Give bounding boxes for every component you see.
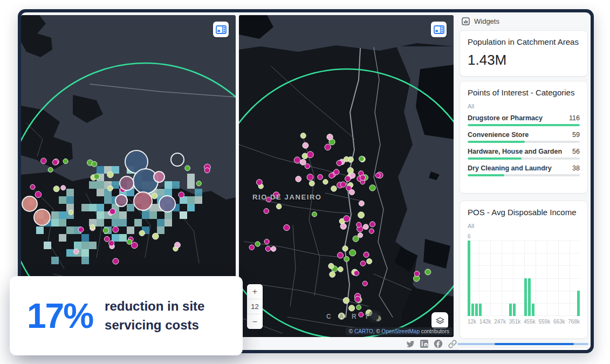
poi-category-value: 38	[572, 164, 580, 172]
histogram-bar-slot	[468, 241, 470, 316]
histogram-bar-slot	[551, 241, 553, 316]
next-widget-card-partial	[457, 347, 588, 350]
poi-progress-track	[468, 141, 580, 143]
histogram-bar[interactable]	[468, 241, 470, 316]
map-panel-right[interactable]: RIO DE JANEIRO + 12 −	[239, 15, 454, 337]
poi-category-value: 56	[572, 148, 580, 155]
poi-category-row[interactable]: Drugstore or Pharmacy116	[468, 114, 580, 126]
zoom-out-button[interactable]: −	[247, 314, 263, 329]
histogram-ymax-label: 6	[468, 233, 580, 239]
facebook-share-button[interactable]	[434, 339, 443, 348]
poi-category-value: 59	[572, 131, 580, 139]
histogram-x-axis: 12k142k247k351k455k559k663k768k	[468, 319, 580, 325]
widgets-panel-toggle-right[interactable]	[431, 22, 447, 37]
poi-progress-track	[468, 124, 580, 126]
widgets-icon	[462, 17, 470, 25]
histogram-bar[interactable]	[509, 304, 512, 316]
copy-link-button[interactable]	[448, 339, 457, 348]
histogram-tick-label: 142k	[479, 319, 491, 325]
sidebar-scrollbar-thumb[interactable]	[495, 343, 574, 345]
sidebar-scrollbar[interactable]	[457, 343, 588, 345]
map-canvas-right[interactable]	[239, 15, 454, 337]
widgets-panel-icon	[216, 25, 227, 34]
poi-category-row[interactable]: Hardware, House and Garden56	[468, 148, 580, 160]
population-widget-card: Population in Catchment Areas 1.43M	[460, 30, 588, 77]
widgets-panel-icon	[434, 25, 444, 34]
histogram-bar[interactable]	[513, 304, 516, 316]
poi-progress-fill	[468, 174, 504, 176]
layers-icon	[435, 316, 445, 326]
histogram-bar-slot	[573, 241, 576, 316]
twitter-share-button[interactable]	[406, 339, 415, 348]
facebook-icon	[434, 339, 443, 348]
histogram-bar-slot	[520, 241, 523, 316]
histogram-bar[interactable]	[479, 304, 482, 316]
poi-progress-fill	[468, 141, 525, 143]
poi-category-row[interactable]: Dry Cleaning and Laundry38	[468, 164, 580, 176]
histogram-bar[interactable]	[475, 304, 478, 316]
histogram-tick-label: 559k	[538, 319, 550, 325]
poi-category-list: Drugstore or Pharmacy116Convenience Stor…	[468, 114, 580, 176]
poi-category-label: Dry Cleaning and Laundry	[468, 164, 552, 172]
histogram-tick-label: 351k	[509, 319, 521, 325]
callout-stat-description: reduction in site servicing costs	[105, 297, 213, 335]
poi-filter-label: All	[468, 103, 580, 109]
histogram-bar-slot	[536, 241, 538, 316]
poi-category-row[interactable]: Convenience Store59	[468, 131, 580, 143]
poi-progress-track	[468, 174, 580, 176]
histogram-tick-label: 247k	[494, 319, 506, 325]
histogram-bar[interactable]	[524, 278, 527, 316]
poi-category-value: 116	[569, 114, 580, 122]
histogram-bar-slot	[566, 241, 568, 316]
callout-stat-value: 17%	[27, 296, 93, 336]
widgets-header: Widgets	[456, 13, 591, 29]
carto-watermark-letters: C A R T	[326, 313, 372, 320]
histogram-bar-slot	[543, 241, 546, 316]
histogram-bar-slot	[471, 241, 474, 316]
histogram-bar[interactable]	[532, 304, 534, 316]
income-histogram-plot	[468, 241, 580, 316]
carto-attribution-link[interactable]: CARTO	[354, 328, 373, 334]
attribution-text: , ©	[373, 328, 382, 334]
zoom-level: 12	[247, 299, 263, 314]
osm-attribution-link[interactable]: OpenStreetMap	[381, 328, 420, 334]
poi-progress-fill	[468, 157, 522, 160]
histogram-bar-slot	[475, 241, 478, 316]
attribution-text: ©	[349, 328, 354, 334]
histogram-bar-slot	[502, 241, 504, 316]
histogram-bar-slot	[562, 241, 565, 316]
histogram-bar-slot	[505, 241, 508, 316]
carto-watermark-dot	[371, 313, 379, 320]
linkedin-icon	[420, 340, 428, 348]
zoom-in-button[interactable]: +	[247, 284, 263, 299]
histogram-bar-slot	[479, 241, 482, 316]
histogram-bar-slot	[554, 241, 557, 316]
poi-category-label: Convenience Store	[468, 131, 529, 139]
histogram-tick-label: 663k	[553, 319, 565, 325]
histogram-bar-slot	[539, 241, 542, 316]
attribution-text: contributors	[420, 328, 449, 334]
city-label: RIO DE JANEIRO	[252, 193, 322, 201]
poi-progress-fill	[468, 124, 580, 126]
histogram-bar-slot	[494, 241, 497, 316]
histogram-bar-slot	[528, 241, 531, 316]
histogram-bar-slot	[486, 241, 489, 316]
histogram-bar-slot	[577, 241, 580, 316]
histogram-tick-label: 768k	[568, 319, 580, 325]
linkedin-share-button[interactable]	[420, 339, 429, 348]
histogram-bar[interactable]	[577, 291, 580, 316]
income-histogram-widget-card: POS - Avg Disposable Income All 6 12k142…	[460, 201, 588, 339]
map-attribution: © CARTO, © OpenStreetMap contributors	[346, 327, 453, 335]
carto-watermark: C A R T	[326, 313, 379, 320]
basemap-layers-button[interactable]	[431, 312, 448, 329]
histogram-bar-slot	[498, 241, 501, 316]
poi-category-label: Drugstore or Pharmacy	[468, 114, 543, 122]
histogram-bar-slot	[490, 241, 493, 316]
histogram-bar-slot	[509, 241, 512, 316]
map-zoom-control: + 12 −	[247, 284, 263, 329]
histogram-bar[interactable]	[471, 304, 474, 316]
histogram-bar-slot	[547, 241, 550, 316]
poi-progress-track	[468, 157, 580, 160]
widgets-panel-toggle-left[interactable]	[213, 22, 229, 37]
histogram-bar[interactable]	[528, 278, 531, 316]
